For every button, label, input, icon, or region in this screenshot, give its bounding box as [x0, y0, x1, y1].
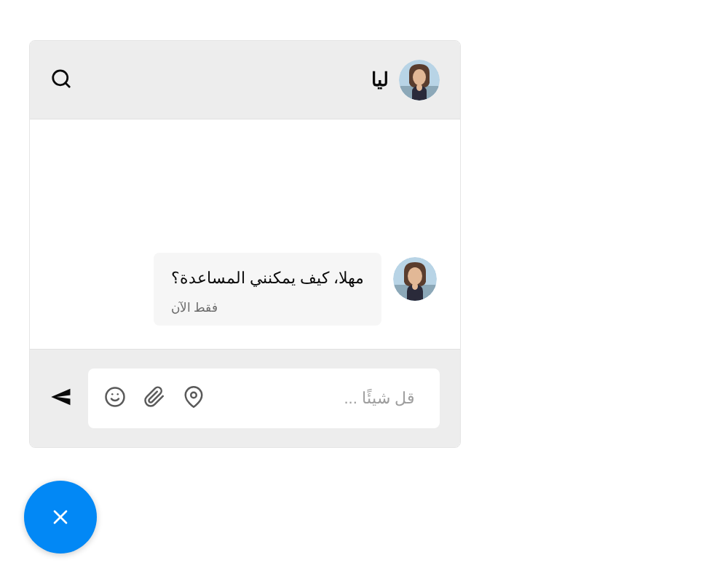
composer-icons — [104, 386, 205, 411]
close-icon — [49, 505, 72, 529]
message-composer — [88, 369, 440, 428]
send-icon[interactable] — [50, 386, 72, 411]
chat-footer — [30, 350, 460, 447]
svg-point-12 — [408, 267, 422, 285]
emoji-icon[interactable] — [104, 386, 126, 411]
message-timestamp: فقط الآن — [171, 300, 364, 315]
svg-point-14 — [106, 388, 124, 406]
avatar[interactable] — [399, 60, 440, 101]
chat-body: مهلا، كيف يمكنني المساعدة؟ فقط الآن — [30, 119, 460, 350]
message-row: مهلا، كيف يمكنني المساعدة؟ فقط الآن — [30, 253, 460, 349]
search-icon[interactable] — [50, 68, 72, 92]
svg-point-13 — [412, 283, 418, 290]
svg-point-17 — [191, 393, 197, 398]
attachment-icon[interactable] — [143, 386, 165, 411]
avatar[interactable] — [393, 257, 437, 301]
chat-header: ليا — [30, 41, 460, 119]
close-button[interactable] — [24, 481, 97, 554]
svg-line-7 — [66, 82, 69, 86]
svg-point-5 — [416, 84, 422, 91]
header-contact: ليا — [371, 60, 440, 101]
chat-widget: ليا — [29, 40, 461, 448]
svg-point-4 — [413, 69, 426, 85]
message-bubble: مهلا، كيف يمكنني المساعدة؟ فقط الآن — [154, 253, 381, 326]
message-text: مهلا، كيف يمكنني المساعدة؟ — [171, 267, 364, 290]
message-input[interactable] — [205, 389, 424, 408]
contact-name: ليا — [371, 68, 389, 91]
location-icon[interactable] — [183, 386, 205, 411]
